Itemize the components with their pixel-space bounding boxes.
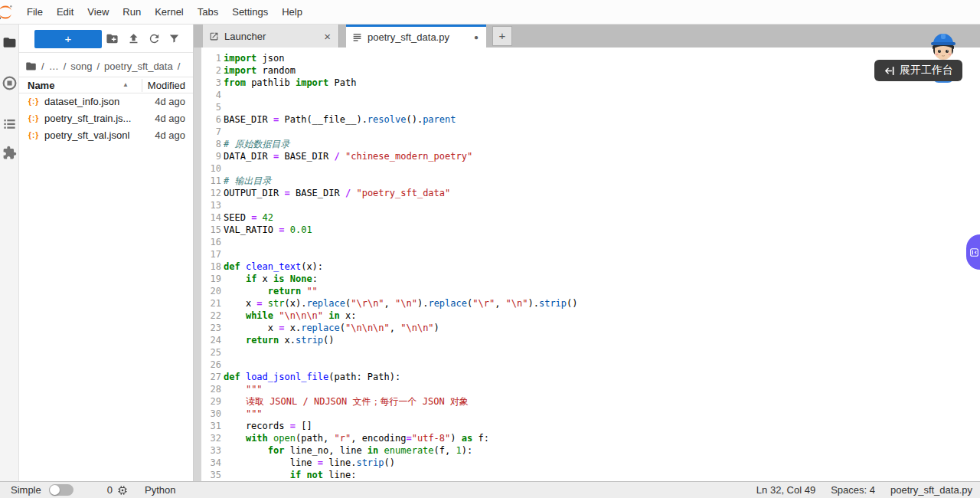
editor-collapser[interactable] xyxy=(194,48,201,481)
tab-launcher-label: Launcher xyxy=(224,31,322,42)
code-line: def clean_text(x): xyxy=(224,260,980,273)
menu-item-view[interactable]: View xyxy=(80,0,116,25)
line-number: 14 xyxy=(201,211,221,224)
code-line xyxy=(224,346,980,359)
listing-header: Name ▲ Modified xyxy=(19,77,193,93)
breadcrumb-segment[interactable]: / xyxy=(39,61,47,72)
line-number: 4 xyxy=(201,89,221,101)
line-number: 2 xyxy=(201,64,221,77)
json-file-icon: {:} xyxy=(28,93,42,110)
code-line: from pathlib import Path xyxy=(224,77,980,89)
running-kernels-icon[interactable] xyxy=(2,75,18,91)
kernel-chip-icon[interactable] xyxy=(117,485,128,496)
open-panel-icon xyxy=(970,248,978,257)
jupyter-logo-icon xyxy=(0,4,14,21)
add-tab-button[interactable]: + xyxy=(492,26,512,46)
code-line: DATA_DIR = BASE_DIR / "chinese_modern_po… xyxy=(224,150,980,162)
code-editor[interactable]: 1234567891011121314151617181920212223242… xyxy=(194,48,980,481)
code-line: SEED = 42 xyxy=(224,211,980,224)
tab-launcher[interactable]: Launcher × xyxy=(203,25,339,48)
file-listing: {:}dataset_info.json4d ago{:}poetry_sft_… xyxy=(19,93,193,144)
indent-setting[interactable]: Spaces: 4 xyxy=(831,484,875,496)
cursor-position[interactable]: Ln 32, Col 49 xyxy=(756,484,815,496)
line-number: 5 xyxy=(201,101,221,113)
file-row[interactable]: {:}dataset_info.json4d ago xyxy=(19,93,193,110)
file-browser-icon[interactable] xyxy=(2,35,17,50)
menu-bar: FileEditViewRunKernelTabsSettingsHelp xyxy=(0,0,980,25)
line-number: 26 xyxy=(201,359,221,371)
menu-item-kernel[interactable]: Kernel xyxy=(148,0,191,25)
simple-mode-toggle[interactable] xyxy=(49,484,74,496)
table-of-contents-icon[interactable] xyxy=(2,116,17,131)
code-line: """ xyxy=(224,383,980,395)
line-number: 28 xyxy=(201,383,221,395)
menu-item-settings[interactable]: Settings xyxy=(225,0,275,25)
line-number: 23 xyxy=(201,322,221,334)
arrow-left-to-bar-icon xyxy=(884,65,895,77)
code-line: OUTPUT_DIR = BASE_DIR / "poetry_sft_data… xyxy=(224,187,980,199)
line-number: 21 xyxy=(201,297,221,310)
menu-item-run[interactable]: Run xyxy=(116,0,148,25)
statusbar-filename: poetry_sft_data.py xyxy=(890,484,972,496)
line-number: 30 xyxy=(201,408,221,420)
menu-item-help[interactable]: Help xyxy=(275,0,309,25)
file-modified: 4d ago xyxy=(155,127,185,144)
line-number: 6 xyxy=(201,113,221,126)
code-line: x = x.replace("\n\n\n", "\n\n") xyxy=(224,322,980,334)
unsaved-changes-icon[interactable]: ● xyxy=(472,33,480,41)
line-number: 17 xyxy=(201,248,221,260)
line-number: 25 xyxy=(201,346,221,359)
line-number: 15 xyxy=(201,224,221,236)
line-number: 31 xyxy=(201,420,221,432)
menu-item-tabs[interactable]: Tabs xyxy=(191,0,225,25)
file-name: poetry_sft_val.jsonl xyxy=(44,127,139,144)
code-line xyxy=(224,248,980,260)
menu-item-file[interactable]: File xyxy=(20,0,50,25)
code-line: records = [] xyxy=(224,420,980,432)
line-number: 8 xyxy=(201,138,221,150)
file-modified: 4d ago xyxy=(155,110,185,127)
breadcrumb-segment[interactable]: poetry_sft_data xyxy=(102,61,175,72)
json-file-icon: {:} xyxy=(28,127,42,144)
sort-ascending-icon[interactable]: ▲ xyxy=(122,81,129,88)
breadcrumb-segment[interactable]: song xyxy=(68,61,94,72)
upload-icon[interactable] xyxy=(127,32,140,45)
column-header-modified[interactable]: Modified xyxy=(148,80,185,91)
breadcrumb-segment[interactable]: … xyxy=(47,61,61,72)
line-number: 29 xyxy=(201,395,221,408)
folder-icon[interactable] xyxy=(25,61,37,72)
line-numbers: 1234567891011121314151617181920212223242… xyxy=(201,52,221,481)
code-line xyxy=(224,89,980,101)
line-number: 13 xyxy=(201,199,221,211)
line-number: 7 xyxy=(201,126,221,138)
expand-workbench-button[interactable]: 展开工作台 xyxy=(874,60,962,81)
tab-poetry-sft-data[interactable]: poetry_sft_data.py ● xyxy=(346,25,486,48)
file-browser-toolbar: + xyxy=(19,25,193,53)
refresh-icon[interactable] xyxy=(148,32,161,45)
new-folder-icon[interactable] xyxy=(106,32,119,45)
expand-workbench-label: 展开工作台 xyxy=(900,64,953,77)
kernel-name[interactable]: Python xyxy=(145,484,175,496)
text-file-icon xyxy=(352,32,362,42)
file-row[interactable]: {:}poetry_sft_val.jsonl4d ago xyxy=(19,127,193,144)
line-number: 1 xyxy=(201,52,221,64)
column-header-name[interactable]: Name xyxy=(28,80,54,91)
code-line xyxy=(224,162,980,175)
file-row[interactable]: {:}poetry_sft_train.js...4d ago xyxy=(19,110,193,127)
code-line xyxy=(224,359,980,371)
extensions-icon[interactable] xyxy=(2,146,17,160)
line-number: 27 xyxy=(201,371,221,383)
code-line: # 输出目录 xyxy=(224,175,980,187)
code-line: def load_jsonl_file(path: Path): xyxy=(224,371,980,383)
filter-icon[interactable] xyxy=(168,32,181,45)
breadcrumb-separator: / xyxy=(175,61,183,72)
kernel-count[interactable]: 0 xyxy=(107,484,113,496)
code-line: VAL_RATIO = 0.01 xyxy=(224,224,980,236)
close-icon[interactable]: × xyxy=(322,30,332,43)
code-line: return "" xyxy=(224,285,980,297)
menu-item-edit[interactable]: Edit xyxy=(50,0,80,25)
line-number: 24 xyxy=(201,334,221,346)
new-launcher-button[interactable]: + xyxy=(34,30,102,48)
tab-bar: Launcher × poetry_sft_data.py ● + xyxy=(194,25,980,48)
file-browser-panel: + /…/song/poetry_sft_data/ Name ▲ Modifi… xyxy=(19,25,194,481)
